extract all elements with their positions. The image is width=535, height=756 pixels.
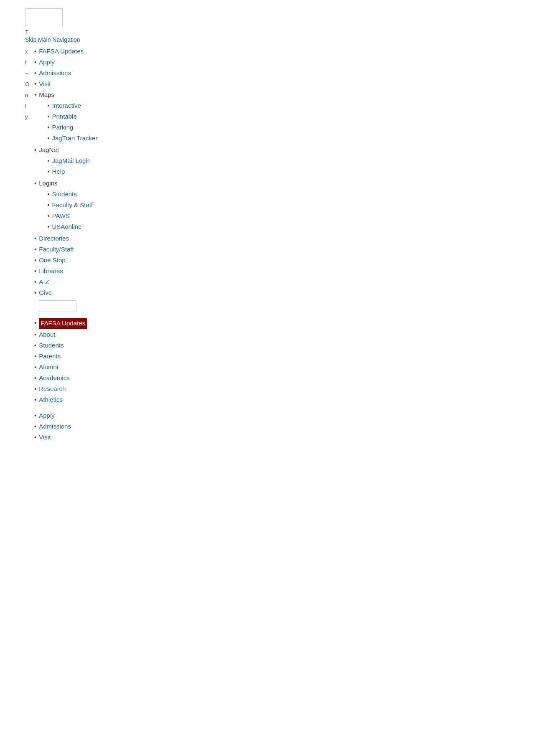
jagnet-label: JagNet (39, 146, 59, 153)
nav-item-jagtran-tracker: • JagTran Tracker (47, 133, 97, 143)
jagtran-tracker-link[interactable]: JagTran Tracker (52, 133, 98, 143)
bullet: • (47, 156, 49, 166)
bullet: • (34, 79, 36, 89)
nav-item-libraries: • Libraries (34, 266, 97, 276)
bottom-nav-apply: • Apply (34, 411, 97, 421)
apply-link[interactable]: Apply (39, 57, 55, 67)
search-box-item: • (34, 300, 97, 312)
letter-y: y (25, 112, 31, 122)
a-z-link[interactable]: A-Z (39, 277, 49, 287)
bottom-nav-visit: • Visit (34, 432, 97, 442)
main-nav-alumni: • Alumni (34, 362, 97, 372)
bullet: • (34, 384, 36, 394)
directories-link[interactable]: Directories (39, 233, 69, 244)
nav-item-jagmail-login: • JagMail Login (47, 156, 91, 166)
bullet: • (47, 211, 49, 221)
nav-item-jagnet: • JagNet • JagMail Login • Help (34, 145, 97, 178)
spacer2 (34, 406, 97, 410)
alumni-link[interactable]: Alumni (39, 362, 58, 372)
nav-item-printable: • Printable (47, 112, 97, 122)
admissions-bottom-link[interactable]: Admissions (39, 421, 71, 431)
nav-item-students: • Students (47, 189, 93, 199)
bullet: • (47, 167, 49, 177)
bullet: • (34, 233, 36, 244)
bullet: • (34, 340, 36, 350)
bullet: • (34, 318, 36, 328)
bullet: • (34, 395, 36, 405)
research-link[interactable]: Research (39, 384, 66, 394)
main-nav-students: • Students (34, 340, 97, 350)
bullet: • (34, 90, 36, 100)
bullet: • (34, 145, 36, 155)
spacer (34, 313, 97, 317)
maps-label: Maps (39, 91, 54, 98)
main-nav-fafsa: • FAFSA Updates (34, 318, 97, 329)
main-nav-academics: • Academics (34, 373, 97, 383)
students-main-link[interactable]: Students (39, 340, 64, 350)
nav-with-letters: x t – O n l y • FAFSA Updates • Apply • … (25, 46, 510, 443)
bullet: • (34, 411, 36, 421)
bullet: • (34, 68, 36, 78)
give-link[interactable]: Give (39, 288, 52, 298)
academics-link[interactable]: Academics (39, 373, 69, 383)
athletics-link[interactable]: Athletics (39, 395, 63, 405)
bullet: • (47, 101, 49, 111)
about-link[interactable]: About (39, 330, 55, 340)
nav-item-usaonline: • USAonline (47, 222, 93, 232)
nav-item-admissions: • Admissions (34, 68, 97, 78)
help-link[interactable]: Help (52, 167, 65, 177)
faculty-staff-link[interactable]: Faculty/Staff (39, 244, 74, 254)
letter-o: O (25, 79, 31, 90)
libraries-link[interactable]: Libraries (39, 266, 63, 276)
bullet: • (47, 112, 49, 122)
nav-item-apply: • Apply (34, 57, 97, 67)
visit-link[interactable]: Visit (39, 79, 51, 89)
bullet: • (47, 222, 49, 232)
bullet: • (34, 432, 36, 442)
nav-item-give: • Give (34, 288, 97, 298)
maps-sublist: • Interactive • Printable • Parking • (47, 101, 97, 143)
nav-item-faculty-staff: • Faculty & Staff (47, 200, 93, 210)
main-nav-athletics: • Athletics (34, 395, 97, 405)
logins-label: Logins (39, 180, 57, 187)
visit-bottom-link[interactable]: Visit (39, 432, 51, 442)
nav-item-parking: • Parking (47, 122, 97, 132)
left-letters-column: x t – O n l y (25, 46, 31, 122)
main-nav-research: • Research (34, 384, 97, 394)
parents-link[interactable]: Parents (39, 351, 61, 361)
one-stop-link[interactable]: One Stop (39, 255, 65, 265)
printable-link[interactable]: Printable (52, 112, 77, 122)
fafsa-updates-link[interactable]: FAFSA Updates (39, 46, 84, 56)
nav-item-interactive: • Interactive (47, 101, 97, 111)
students-login-link[interactable]: Students (52, 189, 77, 199)
faculty-staff-login-link[interactable]: Faculty & Staff (52, 200, 93, 210)
jagmail-login-link[interactable]: JagMail Login (52, 156, 91, 166)
bullet: • (34, 288, 36, 298)
bullet: • (34, 57, 36, 67)
bullet: • (47, 200, 49, 210)
bullet: • (47, 122, 49, 132)
nav-item-maps: • Maps • Interactive • Printable • (34, 90, 97, 144)
apply-bottom-link[interactable]: Apply (39, 411, 55, 421)
bullet: • (34, 373, 36, 383)
fafsa-updates-main-link[interactable]: FAFSA Updates (39, 318, 87, 329)
letter-n: n (25, 90, 31, 101)
search-input-box[interactable] (39, 300, 76, 312)
bullet: • (34, 421, 36, 431)
bullet: • (47, 133, 49, 143)
nav-item-fafsa-updates: • FAFSA Updates (34, 46, 97, 56)
nav-item-help: • Help (47, 167, 91, 177)
letter-dash: – (25, 68, 31, 79)
interactive-link[interactable]: Interactive (52, 101, 81, 111)
search-input[interactable] (39, 301, 76, 312)
jagnet-sublist: • JagMail Login • Help (47, 156, 91, 177)
nav-item-visit: • Visit (34, 79, 97, 89)
parking-link[interactable]: Parking (52, 122, 74, 132)
bullet: • (34, 266, 36, 276)
paws-link[interactable]: PAWS (52, 211, 70, 221)
usaonline-link[interactable]: USAonline (52, 222, 82, 232)
admissions-link[interactable]: Admissions (39, 68, 71, 78)
letter-l: l (25, 101, 31, 112)
skip-main-navigation-link[interactable]: Skip Main Navigation (25, 36, 510, 43)
bullet: • (34, 351, 36, 361)
